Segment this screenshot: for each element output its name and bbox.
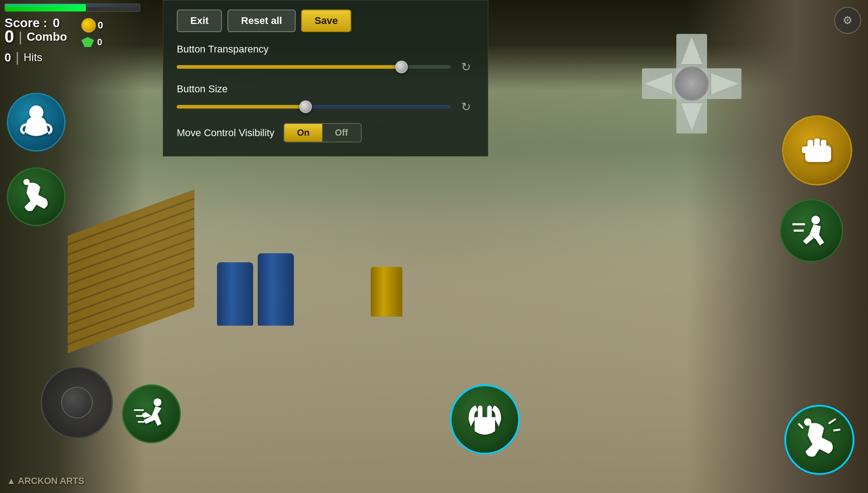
visibility-label: Move Control Visibility [177,127,274,139]
size-track [177,105,451,109]
wall-right [687,0,868,493]
size-reset-icon[interactable]: ↻ [458,99,474,115]
transparency-thumb[interactable] [395,61,408,73]
reset-button[interactable]: Reset all [227,9,296,32]
transparency-slider-container[interactable] [177,62,451,71]
save-button[interactable]: Save [301,9,351,32]
transparency-reset-icon[interactable]: ↻ [458,59,474,75]
visibility-toggle: On Off [283,123,362,142]
exit-button[interactable]: Exit [177,9,222,32]
barrel-blue-1 [217,262,253,326]
visibility-row: Move Control Visibility On Off [177,123,474,142]
settings-buttons: Exit Reset all Save [177,9,474,32]
settings-panel: Exit Reset all Save Button Transparency … [163,0,488,156]
toggle-on-button[interactable]: On [284,124,322,142]
pallets [68,190,226,335]
transparency-slider-row: ↻ [177,59,474,75]
size-label: Button Size [177,83,474,95]
transparency-row: Button Transparency ↻ [177,43,474,75]
size-thumb[interactable] [299,100,312,113]
transparency-track [177,65,451,69]
size-slider-row: ↻ [177,99,474,115]
toggle-off-button[interactable]: Off [322,124,361,142]
barrel-blue-2 [258,253,294,326]
size-row: Button Size ↻ [177,83,474,115]
barrel-yellow [371,267,402,317]
transparency-label: Button Transparency [177,43,474,55]
size-slider-container[interactable] [177,102,451,111]
